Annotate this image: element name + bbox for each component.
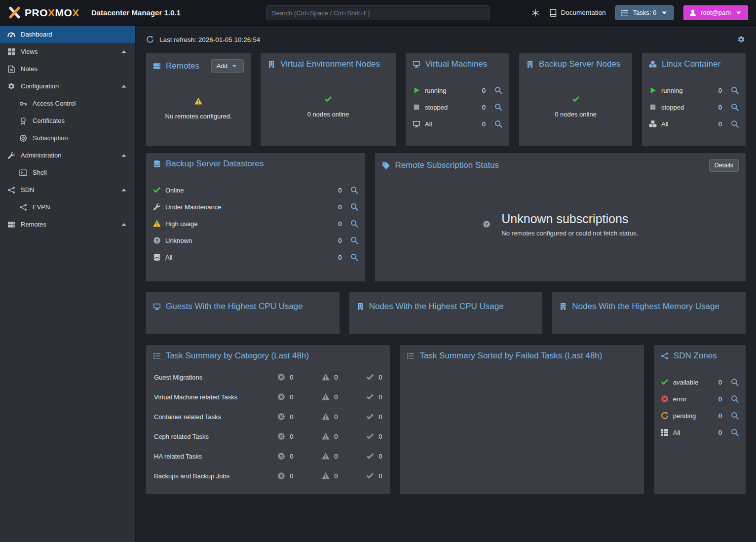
refresh-icon[interactable] (146, 36, 154, 43)
user-menu-button[interactable]: root@pam (683, 5, 748, 20)
chevron-up-icon[interactable] (120, 152, 128, 159)
row-label: Under Maintenance (165, 203, 221, 211)
add-button-label: Add (217, 63, 227, 70)
panel-header: Nodes With the Highest CPU Usage (349, 292, 543, 315)
sidebar-item-label: Remotes (21, 221, 46, 228)
panel-title: Task Summary by Category (Last 48h) (166, 351, 309, 361)
row-label: All (425, 120, 432, 128)
sdn-zone-rows: available 0 error 0 pending (654, 365, 746, 441)
search-input[interactable] (266, 5, 490, 20)
play-icon (649, 86, 657, 94)
vm-stopped-row: stopped 0 (406, 99, 509, 116)
sidebar-item-administration[interactable]: Administration (0, 147, 135, 164)
task-summary-panel: Task Summary by Category (Last 48h) Gues… (146, 345, 390, 494)
panel-title: Linux Container (662, 59, 720, 69)
sidebar-item-views[interactable]: Views (0, 43, 135, 60)
row-value: 0 (718, 87, 722, 94)
search-icon[interactable] (731, 120, 739, 128)
sidebar-item-evpn[interactable]: EVPN (0, 198, 135, 216)
row-value: 0 (718, 120, 722, 128)
proxmox-logo: PROXMOX (8, 6, 79, 19)
warning-count: 0 (334, 453, 338, 460)
tasks-button[interactable]: Tasks: 0 (615, 5, 674, 20)
building-icon (559, 303, 567, 310)
search-icon[interactable] (731, 103, 739, 111)
warning-count: 0 (334, 433, 338, 440)
search-icon[interactable] (494, 103, 502, 111)
warning-icon (322, 432, 330, 440)
documentation-link[interactable]: Documentation (549, 9, 606, 17)
error-count: 0 (290, 453, 293, 460)
add-remote-button[interactable]: Add (211, 59, 244, 73)
status-text: 0 nodes online (555, 111, 597, 118)
subscription-status-body: Unknown subscriptions No remotes configu… (375, 176, 746, 281)
remotes-panel: Remotes Add No remotes configured. (146, 53, 251, 146)
search-icon[interactable] (731, 378, 739, 386)
monitor-icon (413, 60, 420, 68)
play-icon (413, 86, 420, 94)
panel-header: Task Summary by Category (Last 48h) (146, 345, 390, 365)
row-value: 0 (482, 87, 486, 94)
sidebar-item-label: Dashboard (21, 31, 52, 38)
details-button[interactable]: Details (709, 159, 739, 172)
search-icon[interactable] (350, 253, 358, 261)
sidebar-item-certificates[interactable]: Certificates (0, 112, 135, 129)
search-icon[interactable] (731, 412, 739, 420)
sidebar-item-shell[interactable]: Shell (0, 164, 135, 181)
sidebar-item-sdn[interactable]: SDN (0, 181, 135, 198)
sidebar-item-dashboard[interactable]: Dashboard (0, 26, 135, 43)
chevron-up-icon[interactable] (120, 82, 128, 90)
ok-count: 0 (378, 453, 382, 460)
datastore-maintenance-row: Under Maintenance 0 (146, 198, 365, 215)
certificate-icon (19, 117, 27, 125)
ct-stopped-row: stopped 0 (642, 99, 746, 116)
empty-text: No remotes configured. (165, 113, 231, 120)
search-icon[interactable] (350, 236, 358, 244)
search-icon[interactable] (731, 395, 739, 403)
row-label: available (673, 379, 698, 386)
backup-nodes-panel: Backup Server Nodes 0 nodes online (519, 53, 632, 146)
ok-count: 0 (378, 393, 382, 401)
layout: Dashboard Views Notes Configuration Acce… (0, 26, 756, 542)
virtual-machines-panel: Virtual Machines running 0 stopped 0 (406, 53, 509, 146)
status-text: 0 nodes online (307, 111, 349, 118)
panel-header: Virtual Machines (406, 53, 509, 73)
search-icon[interactable] (350, 220, 358, 228)
snowflake-icon[interactable] (531, 9, 539, 17)
search-icon[interactable] (350, 203, 358, 211)
gear-icon (7, 82, 15, 90)
chevron-up-icon[interactable] (120, 186, 128, 194)
linux-container-panel: Linux Container running 0 stopped 0 (642, 53, 746, 146)
check-icon (324, 95, 332, 103)
row-label: stopped (425, 104, 448, 111)
check-icon (366, 452, 374, 460)
search-icon[interactable] (731, 428, 739, 436)
logo-segment: X (72, 7, 79, 18)
error-count: 0 (290, 374, 293, 381)
sdn-pending-row: pending 0 (654, 407, 746, 424)
task-row-guest-migrations: Guest Migrations 0 0 0 (146, 367, 390, 387)
search-icon[interactable] (731, 86, 739, 94)
chevron-up-icon[interactable] (120, 48, 128, 56)
sidebar-item-subscription[interactable]: Subscription (0, 129, 135, 147)
sidebar-item-remotes[interactable]: Remotes (0, 216, 135, 233)
sidebar-item-configuration[interactable]: Configuration (0, 77, 135, 95)
sidebar-item-notes[interactable]: Notes (0, 60, 135, 77)
warning-icon (322, 393, 330, 401)
warning-count: 0 (334, 374, 338, 381)
chevron-up-icon[interactable] (120, 221, 128, 229)
sidebar: Dashboard Views Notes Configuration Acce… (0, 26, 136, 542)
search-icon[interactable] (350, 186, 358, 194)
network-icon (7, 186, 15, 194)
dashboard-settings-gear-icon[interactable] (737, 36, 745, 43)
search-icon[interactable] (494, 120, 502, 128)
monitor-icon (413, 120, 420, 128)
task-row-container-tasks: Container related Tasks 0 0 0 (146, 407, 390, 426)
tasks-button-label: Tasks: 0 (633, 9, 656, 16)
search-icon[interactable] (494, 86, 502, 94)
row-label: All (661, 120, 668, 128)
sdn-all-row: All 0 (654, 424, 746, 441)
row-value: 0 (718, 104, 722, 111)
sidebar-item-access-control[interactable]: Access Control (0, 95, 135, 112)
ok-count: 0 (378, 413, 382, 421)
